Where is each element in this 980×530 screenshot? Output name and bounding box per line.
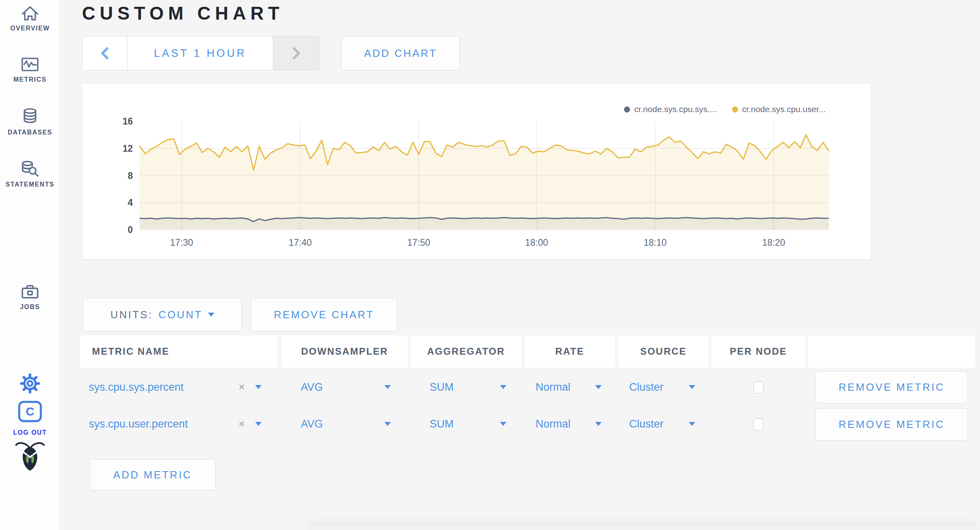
chevron-down-icon — [595, 385, 602, 389]
per-node-checkbox[interactable] — [753, 418, 764, 430]
time-range-prev-button[interactable] — [82, 36, 128, 70]
per-node-checkbox[interactable] — [753, 381, 764, 393]
sidebar-item-statements[interactable]: STATEMENTS — [0, 160, 60, 188]
aggregator-value: SUM — [410, 418, 454, 430]
x-tick-label: 18:20 — [750, 237, 798, 248]
metric-name-select[interactable]: sys.cpu.user.percent × — [80, 406, 278, 442]
chevron-down-icon — [384, 422, 391, 426]
x-tick-label: 17:30 — [158, 237, 206, 248]
downsampler-select[interactable]: AVG — [282, 406, 408, 442]
legend-label: cr.node.sys.cpu.sys.... — [634, 104, 717, 114]
rate-select[interactable]: Normal — [524, 369, 615, 406]
databases-icon — [21, 107, 39, 126]
column-header-per-node: PER NODE — [712, 335, 805, 367]
aggregator-select[interactable]: SUM — [410, 406, 522, 442]
next-chart-card-edge — [308, 525, 977, 530]
downsampler-value: AVG — [282, 381, 323, 393]
add-metric-button[interactable]: ADD METRIC — [90, 459, 216, 490]
chevron-down-icon — [689, 422, 695, 426]
legend-dot-icon — [732, 106, 738, 112]
sidebar-item-label: DATABASES — [0, 129, 60, 136]
gear-icon — [20, 373, 40, 394]
source-select[interactable]: Cluster — [618, 406, 709, 442]
add-chart-button[interactable]: ADD CHART — [341, 36, 460, 70]
legend-label: cr.node.sys.cpu.user... — [742, 104, 826, 114]
sidebar: OVERVIEW METRICS DATABASES STATEMENTS — [0, 0, 60, 530]
chevron-down-icon — [500, 385, 506, 389]
column-header-rate: RATE — [524, 335, 615, 367]
sidebar-item-label: JOBS — [0, 303, 60, 311]
y-tick-label: 12 — [97, 143, 133, 154]
logout-label: LOG OUT — [0, 429, 60, 436]
chart-plot-area — [140, 121, 829, 230]
chart-legend: cr.node.sys.cpu.sys....cr.node.sys.cpu.u… — [624, 104, 826, 114]
metric-name-select[interactable]: sys.cpu.sys.percent × — [80, 369, 278, 406]
metrics-icon — [21, 56, 39, 73]
per-node-cell — [712, 406, 805, 442]
remove-metric-button[interactable]: REMOVE METRIC — [815, 371, 968, 404]
page-title: CUSTOM CHART — [82, 2, 284, 24]
x-tick-label: 17:50 — [395, 237, 443, 248]
column-header-actions — [808, 335, 975, 367]
legend-item[interactable]: cr.node.sys.cpu.sys.... — [624, 104, 717, 114]
chevron-down-icon — [689, 385, 695, 389]
aggregator-select[interactable]: SUM — [410, 369, 522, 406]
metric-name-value[interactable]: sys.cpu.sys.percent — [80, 381, 184, 393]
main-content: CUSTOM CHART LAST 1 HOUR ADD CHART cr.no… — [60, 0, 980, 530]
clear-metric-icon[interactable]: × — [238, 418, 245, 430]
sidebar-item-label: METRICS — [0, 76, 60, 83]
column-header-downsampler: DOWNSAMPLER — [282, 335, 408, 367]
time-range-next-button[interactable] — [273, 36, 319, 70]
aggregator-value: SUM — [410, 381, 454, 393]
source-select[interactable]: Cluster — [618, 369, 709, 406]
series-area — [140, 218, 829, 230]
clear-metric-icon[interactable]: × — [238, 381, 245, 393]
chevron-down-icon[interactable] — [255, 385, 262, 389]
y-tick-label: 16 — [97, 116, 133, 127]
column-header-source: SOURCE — [618, 335, 709, 367]
source-value: Cluster — [618, 381, 664, 393]
chevron-right-icon — [293, 47, 300, 59]
y-tick-label: 4 — [97, 197, 133, 208]
metric-name-value[interactable]: sys.cpu.user.percent — [80, 418, 188, 430]
cockroach-logo — [0, 440, 60, 474]
chevron-down-icon[interactable] — [255, 422, 262, 426]
chart-plot — [140, 121, 829, 230]
svg-text:C: C — [26, 405, 34, 418]
statements-icon — [20, 160, 40, 178]
sidebar-item-jobs[interactable]: JOBS — [0, 283, 60, 311]
units-value: COUNT — [158, 309, 202, 321]
cockroach-bug-icon — [15, 440, 45, 472]
rate-select[interactable]: Normal — [524, 406, 615, 442]
home-icon — [21, 5, 39, 22]
sidebar-item-label: OVERVIEW — [0, 25, 60, 32]
legend-item[interactable]: cr.node.sys.cpu.user... — [732, 104, 826, 114]
logout-button[interactable]: C LOG OUT — [0, 400, 60, 436]
remove-chart-button[interactable]: REMOVE CHART — [251, 298, 397, 331]
x-tick-label: 17:40 — [276, 237, 324, 248]
units-dropdown[interactable]: UNITS: COUNT — [83, 298, 242, 331]
downsampler-select[interactable]: AVG — [282, 369, 408, 406]
remove-metric-button[interactable]: REMOVE METRIC — [815, 408, 968, 441]
chevron-down-icon — [384, 385, 391, 389]
downsampler-value: AVG — [282, 418, 323, 430]
chevron-down-icon — [595, 422, 602, 426]
units-label: UNITS: — [110, 309, 153, 321]
column-header-metric-name: METRIC NAME — [80, 335, 278, 367]
sidebar-item-databases[interactable]: DATABASES — [0, 107, 60, 136]
rate-value: Normal — [524, 418, 570, 430]
chevron-down-icon — [208, 313, 214, 317]
per-node-cell — [712, 369, 805, 406]
chevron-left-icon — [101, 47, 108, 59]
sidebar-item-overview[interactable]: OVERVIEW — [0, 5, 60, 32]
rate-value: Normal — [524, 381, 570, 393]
sidebar-item-metrics[interactable]: METRICS — [0, 56, 60, 83]
time-range-selector: LAST 1 HOUR — [82, 36, 320, 70]
time-range-label[interactable]: LAST 1 HOUR — [128, 36, 273, 70]
x-tick-label: 18:10 — [631, 237, 679, 248]
settings-button[interactable] — [0, 373, 60, 395]
y-tick-label: 0 — [97, 224, 133, 235]
sidebar-item-label: STATEMENTS — [0, 181, 60, 188]
chevron-down-icon — [500, 422, 506, 426]
legend-dot-icon — [624, 106, 630, 112]
